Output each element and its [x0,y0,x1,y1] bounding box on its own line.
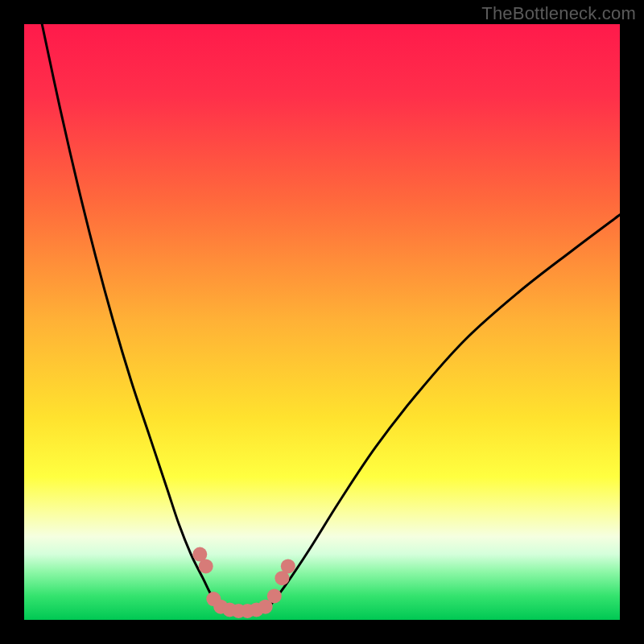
curve-right [268,215,620,608]
plot-area [24,24,620,620]
curve-left [42,24,221,608]
marker-dot [267,588,282,603]
marker-dot [199,559,213,573]
watermark-text: TheBottleneck.com [481,3,636,24]
chart-frame: TheBottleneck.com [0,0,644,644]
chart-curves [24,24,620,620]
marker-dot [281,559,295,573]
marker-group [192,547,295,618]
